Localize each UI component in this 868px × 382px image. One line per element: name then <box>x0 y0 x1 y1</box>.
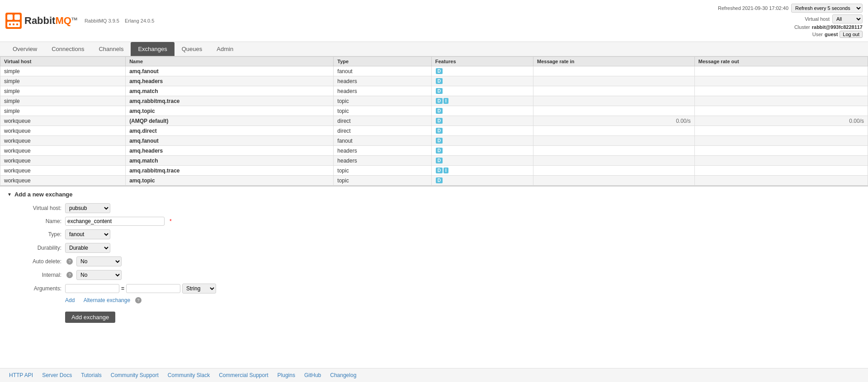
exchange-name-link[interactable]: (AMQP default) <box>129 118 168 124</box>
cell-name[interactable]: amq.rabbitmq.trace <box>126 96 334 106</box>
internal-help-icon[interactable]: ? <box>66 272 73 278</box>
auto-delete-help-icon[interactable]: ? <box>66 258 73 265</box>
cell-rate-out <box>694 76 868 86</box>
exchange-name-link[interactable]: amq.fanout <box>129 68 159 75</box>
cluster-label: Cluster <box>794 24 810 30</box>
cell-features: D <box>431 66 533 76</box>
cell-name[interactable]: amq.direct <box>126 126 334 136</box>
cell-vhost: simple <box>0 66 126 76</box>
feature-badge-d: D <box>436 148 443 154</box>
cell-rate-out <box>694 166 868 176</box>
new-exchange-name-input[interactable] <box>65 217 165 226</box>
table-row: simpleamq.topictopicD <box>0 106 868 116</box>
new-exchange-auto-delete-select[interactable]: No Yes <box>76 256 122 266</box>
table-row: workqueueamq.topictopicD <box>0 176 868 186</box>
exchange-name-link[interactable]: amq.fanout <box>129 138 159 144</box>
add-exchange-button[interactable]: Add exchange <box>65 312 115 323</box>
vhost-row: Virtual host All / pubsub <box>718 14 863 23</box>
cell-rate-out: 0.00/s <box>694 116 868 126</box>
cell-vhost: simple <box>0 96 126 106</box>
col-type: Type <box>334 57 431 66</box>
feature-badge-i: I <box>443 98 448 104</box>
exchange-name-link[interactable]: amq.headers <box>129 78 163 84</box>
name-field-row: Name: * <box>7 217 861 226</box>
nav-channels[interactable]: Channels <box>91 42 131 56</box>
nav-overview[interactable]: Overview <box>5 42 44 56</box>
feature-badge-d: D <box>436 128 443 134</box>
navigation: Overview Connections Channels Exchanges … <box>0 42 868 56</box>
exchange-name-link[interactable]: amq.topic <box>129 108 155 114</box>
cell-features: DI <box>431 166 533 176</box>
nav-admin[interactable]: Admin <box>209 42 241 56</box>
cell-rate-out <box>694 96 868 106</box>
arguments-field-label: Arguments: <box>7 285 61 292</box>
add-argument-link[interactable]: Add <box>65 297 75 303</box>
exchange-name-link[interactable]: amq.rabbitmq.trace <box>129 98 179 104</box>
new-exchange-durability-select[interactable]: Durable Transient <box>65 243 110 253</box>
nav-exchanges[interactable]: Exchanges <box>131 42 174 56</box>
argument-type-select[interactable]: String Number Boolean List <box>182 284 216 293</box>
version-info: RabbitMQ 3.9.5 Erlang 24.0.5 <box>85 18 154 23</box>
feature-badge-d: D <box>436 68 443 74</box>
internal-field-row: Internal: ? No Yes <box>7 270 861 280</box>
svg-rect-2 <box>14 14 20 20</box>
main-content: Virtual host Name Type Features Message … <box>0 56 868 327</box>
alternate-exchange-link[interactable]: Alternate exchange <box>84 297 130 303</box>
exchange-name-link[interactable]: amq.topic <box>129 177 155 184</box>
cell-rate-in <box>533 136 695 146</box>
cell-name[interactable]: amq.match <box>126 86 334 96</box>
cell-type: headers <box>334 86 431 96</box>
cell-name[interactable]: amq.fanout <box>126 66 334 76</box>
exchanges-table: Virtual host Name Type Features Message … <box>0 56 868 186</box>
cell-name[interactable]: (AMQP default) <box>126 116 334 126</box>
exchange-name-link[interactable]: amq.rabbitmq.trace <box>129 168 179 174</box>
col-name: Name <box>126 57 334 66</box>
refresh-select[interactable]: Refresh every 5 seconds No refresh Refre… <box>791 4 863 13</box>
argument-key-input[interactable] <box>65 284 119 293</box>
exchange-name-link[interactable]: amq.headers <box>129 148 163 154</box>
logout-button[interactable]: Log out <box>840 31 863 38</box>
new-exchange-vhost-select[interactable]: pubsub / simple workqueue <box>65 203 110 213</box>
cell-name[interactable]: amq.rabbitmq.trace <box>126 166 334 176</box>
exchange-name-link[interactable]: amq.match <box>129 88 158 94</box>
table-row: workqueueamq.rabbitmq.tracetopicDI <box>0 166 868 176</box>
argument-value-input[interactable] <box>126 284 180 293</box>
logo-tm: TM <box>71 17 77 21</box>
alternate-exchange-help-icon[interactable]: ? <box>135 297 142 303</box>
exchange-name-link[interactable]: amq.match <box>129 158 158 164</box>
feature-badge-d: D <box>436 138 443 144</box>
cell-vhost: workqueue <box>0 156 126 166</box>
cell-name[interactable]: amq.headers <box>126 76 334 86</box>
cell-name[interactable]: amq.fanout <box>126 136 334 146</box>
cell-vhost: workqueue <box>0 126 126 136</box>
refresh-timestamp: Refreshed 2021-09-30 17:02:40 <box>718 5 788 11</box>
exchange-name-link[interactable]: amq.direct <box>129 128 157 134</box>
cell-features: DI <box>431 96 533 106</box>
cell-name[interactable]: amq.headers <box>126 146 334 156</box>
new-exchange-type-select[interactable]: fanout direct headers topic <box>65 229 110 239</box>
cell-type: headers <box>334 146 431 156</box>
cell-features: D <box>431 156 533 166</box>
user-value: guest <box>825 32 838 37</box>
cell-vhost: workqueue <box>0 176 126 186</box>
add-exchange-toggle[interactable]: ▼ Add a new exchange <box>7 191 861 198</box>
table-row: workqueueamq.directdirectD <box>0 126 868 136</box>
auto-delete-field-row: Auto delete: ? No Yes <box>7 256 861 266</box>
nav-queues[interactable]: Queues <box>175 42 210 56</box>
col-rate-in: Message rate in <box>533 57 695 66</box>
cell-features: D <box>431 136 533 146</box>
table-row: workqueueamq.headersheadersD <box>0 146 868 156</box>
cell-vhost: workqueue <box>0 166 126 176</box>
cell-name[interactable]: amq.topic <box>126 176 334 186</box>
cell-name[interactable]: amq.topic <box>126 106 334 116</box>
cell-features: D <box>431 146 533 156</box>
cell-rate-in <box>533 126 695 136</box>
cell-features: D <box>431 176 533 186</box>
nav-connections[interactable]: Connections <box>44 42 91 56</box>
cell-name[interactable]: amq.match <box>126 156 334 166</box>
new-exchange-internal-select[interactable]: No Yes <box>76 270 122 280</box>
vhost-select[interactable]: All / pubsub <box>832 14 863 23</box>
feature-badge-d: D <box>436 118 443 124</box>
cell-type: headers <box>334 76 431 86</box>
feature-badge-d: D <box>436 168 443 173</box>
